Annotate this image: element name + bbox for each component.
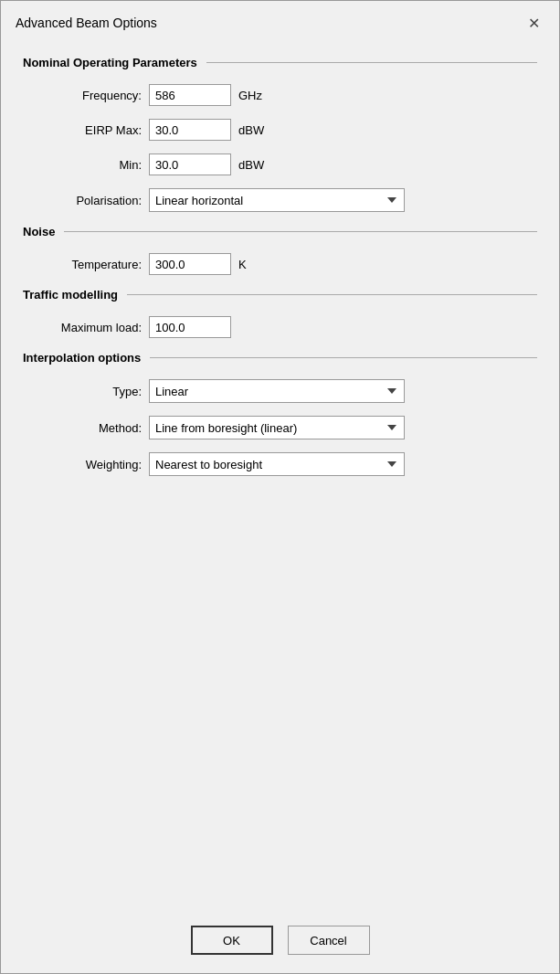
section-traffic-header: Traffic modelling [23, 288, 537, 302]
method-select[interactable]: Line from boresight (linear) Grid interp… [149, 416, 405, 439]
type-label: Type: [41, 385, 142, 398]
section-interpolation-title: Interpolation options [23, 351, 141, 365]
temperature-unit: K [238, 258, 247, 271]
temperature-input[interactable] [149, 253, 231, 275]
polarisation-group: Polarisation: Linear horizontal Linear v… [23, 188, 537, 212]
eirp-min-unit: dBW [238, 158, 264, 172]
frequency-unit: GHz [238, 89, 262, 102]
close-button[interactable]: ✕ [523, 12, 544, 34]
section-traffic-line [127, 294, 537, 295]
eirp-max-group: EIRP Max: dBW [23, 119, 537, 141]
frequency-group: Frequency: GHz [23, 84, 537, 106]
section-traffic-title: Traffic modelling [23, 288, 118, 302]
max-load-label: Maximum load: [41, 321, 142, 334]
weighting-label: Weighting: [41, 458, 142, 471]
eirp-min-group: Min: dBW [23, 154, 537, 175]
eirp-max-input[interactable] [149, 119, 231, 141]
title-bar: Advanced Beam Options ✕ [1, 1, 559, 43]
frequency-label: Frequency: [41, 89, 142, 102]
weighting-group: Weighting: Nearest to boresight Average … [23, 452, 537, 476]
section-interpolation-line [150, 357, 537, 358]
dialog-footer: OK Cancel [1, 911, 559, 973]
type-group: Type: Linear Cubic Nearest [23, 379, 537, 403]
eirp-min-label: Min: [41, 158, 142, 172]
section-noise-title: Noise [23, 225, 55, 238]
temperature-group: Temperature: K [23, 253, 537, 275]
dialog-body: Nominal Operating Parameters Frequency: … [1, 43, 559, 911]
polarisation-label: Polarisation: [41, 194, 142, 207]
dialog-advanced-beam-options: Advanced Beam Options ✕ Nominal Operatin… [0, 0, 560, 974]
frequency-input[interactable] [149, 84, 231, 106]
section-noise-line [64, 231, 537, 232]
section-noise-header: Noise [23, 225, 537, 238]
section-nominal-line [206, 62, 537, 63]
eirp-max-unit: dBW [238, 123, 264, 137]
max-load-group: Maximum load: [23, 316, 537, 338]
section-interpolation-header: Interpolation options [23, 351, 537, 365]
temperature-label: Temperature: [41, 258, 142, 271]
eirp-max-label: EIRP Max: [41, 123, 142, 137]
section-nominal-title: Nominal Operating Parameters [23, 56, 197, 69]
max-load-input[interactable] [149, 316, 231, 338]
polarisation-select[interactable]: Linear horizontal Linear vertical RHCP L… [149, 188, 405, 212]
eirp-min-input[interactable] [149, 154, 231, 175]
method-group: Method: Line from boresight (linear) Gri… [23, 416, 537, 439]
method-label: Method: [41, 421, 142, 435]
dialog-title: Advanced Beam Options [16, 16, 157, 30]
ok-button[interactable]: OK [191, 926, 273, 955]
cancel-button[interactable]: Cancel [288, 926, 370, 955]
section-nominal-header: Nominal Operating Parameters [23, 56, 537, 69]
weighting-select[interactable]: Nearest to boresight Average Maximum [149, 452, 405, 476]
type-select[interactable]: Linear Cubic Nearest [149, 379, 405, 403]
